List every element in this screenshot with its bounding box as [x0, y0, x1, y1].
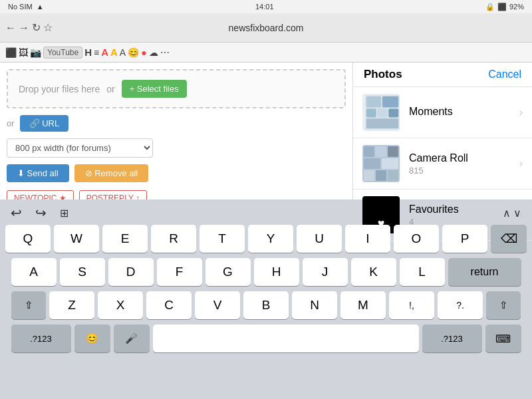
more-icon[interactable]: ⋯	[160, 47, 170, 58]
key-l[interactable]: L	[400, 258, 445, 286]
photos-cancel-button[interactable]: Cancel	[488, 68, 521, 80]
camera-roll-count: 815	[409, 166, 519, 176]
shift-key-left[interactable]: ⇧	[11, 291, 46, 319]
moments-thumbnail	[362, 94, 400, 131]
undo-button[interactable]: ↩	[11, 205, 22, 221]
key-k[interactable]: K	[351, 258, 396, 286]
redo-button[interactable]: ↪	[35, 205, 47, 221]
send-all-button[interactable]: ⬇ Send all	[7, 164, 69, 182]
font-color-icon[interactable]: A	[101, 47, 108, 58]
key-s[interactable]: S	[60, 258, 105, 286]
forward-icon[interactable]: →	[19, 22, 29, 34]
width-select[interactable]: 800 px width (for forums) 640 px width 1…	[7, 138, 153, 158]
numbers-key-right[interactable]: .?123	[422, 325, 482, 352]
refresh-icon[interactable]: ↻	[32, 21, 41, 34]
emoji-key[interactable]: 😊	[74, 325, 110, 352]
browser-toolbar: ⬛ 🖼 📷 YouTube H ≡ A A A 😊 ● ☁ ⋯	[0, 43, 532, 63]
key-y[interactable]: Y	[248, 225, 293, 253]
camera-roll-item[interactable]: Camera Roll 815 ›	[353, 138, 532, 190]
status-bar: No SIM ▲ 14:01 🔒 ⬛ 92%	[0, 0, 532, 13]
key-a[interactable]: A	[11, 258, 57, 286]
paste-button[interactable]: ⊞	[60, 205, 68, 221]
url-bar: ← → ↻ ☆ newsfixboard.com	[0, 13, 532, 43]
camera-roll-name: Camera Roll	[409, 152, 519, 164]
key-e[interactable]: E	[102, 225, 148, 253]
key-m[interactable]: M	[340, 291, 386, 319]
key-f[interactable]: F	[157, 258, 202, 286]
keyboard-area: ↩ ↪ ⊞ ∧ ∨ Q W E R T Y U I O P ⌫ A S D	[0, 200, 532, 392]
moments-item[interactable]: Moments ›	[353, 87, 532, 138]
photos-title: Photos	[364, 68, 402, 81]
drop-text: Drop your files here	[19, 84, 100, 94]
arrow-down-icon[interactable]: ∨	[513, 207, 521, 219]
key-x[interactable]: X	[98, 291, 143, 319]
align-icon[interactable]: ≡	[94, 47, 99, 58]
keyboard-row-2: A S D F G H J K L return	[5, 258, 527, 286]
emoji-toolbar-icon[interactable]: 😊	[128, 47, 139, 58]
keyboard-row-3: ⇧ Z X C V B N M !, ?. ⇧	[5, 291, 527, 319]
keyboard-row-1: Q W E R T Y U I O P ⌫	[5, 225, 527, 253]
or-text-1: or	[106, 84, 114, 94]
photos-header: Photos Cancel	[353, 63, 532, 87]
bold-icon[interactable]: ⬛	[5, 47, 17, 58]
numbers-key-left[interactable]: .?123	[11, 325, 71, 352]
key-i[interactable]: I	[345, 225, 390, 253]
key-z[interactable]: Z	[49, 291, 94, 319]
bottom-buttons: NEWTOPIC ★ POSTREPLY ↑	[7, 190, 346, 200]
new-topic-button[interactable]: NEWTOPIC ★	[7, 190, 74, 200]
url-display[interactable]: newsfixboard.com	[229, 23, 304, 33]
svg-rect-3	[366, 108, 376, 117]
font-size-icon[interactable]: A	[120, 47, 126, 58]
shift-key-right[interactable]: ⇧	[486, 291, 521, 319]
film-icon[interactable]: 📷	[30, 47, 41, 58]
font-bg-icon[interactable]: A	[110, 47, 118, 58]
return-key[interactable]: return	[448, 258, 521, 286]
photos-panel: Photos Cancel Moments ›	[352, 63, 532, 200]
red-circle-icon[interactable]: ●	[141, 47, 146, 58]
svg-rect-10	[388, 146, 398, 157]
content-area: Drop your files here or + Select files o…	[0, 63, 352, 200]
key-quest[interactable]: ?.	[438, 291, 483, 319]
key-r[interactable]: R	[151, 225, 196, 253]
url-button[interactable]: 🔗 URL	[20, 115, 69, 132]
remove-all-button[interactable]: ⊘ Remove all	[74, 164, 149, 182]
svg-rect-9	[376, 146, 386, 157]
svg-rect-5	[388, 108, 398, 117]
key-d[interactable]: D	[108, 258, 154, 286]
key-v[interactable]: V	[195, 291, 240, 319]
key-c[interactable]: C	[146, 291, 192, 319]
key-b[interactable]: B	[243, 291, 289, 319]
key-g[interactable]: G	[205, 258, 251, 286]
select-files-button[interactable]: + Select files	[122, 80, 187, 98]
moments-info: Moments	[409, 106, 519, 119]
image-icon[interactable]: 🖼	[19, 47, 28, 58]
upload-drop-zone[interactable]: Drop your files here or + Select files	[7, 69, 346, 108]
microphone-key[interactable]: 🎤	[114, 325, 150, 352]
key-excl[interactable]: !,	[389, 291, 434, 319]
svg-rect-13	[364, 170, 374, 181]
bookmark-icon[interactable]: ☆	[43, 21, 53, 34]
key-o[interactable]: O	[394, 225, 439, 253]
hide-keyboard-key[interactable]: ⌨	[485, 325, 521, 352]
backspace-key[interactable]: ⌫	[491, 225, 527, 253]
header-icon[interactable]: H	[84, 47, 92, 58]
key-n[interactable]: N	[292, 291, 337, 319]
key-t[interactable]: T	[200, 225, 245, 253]
back-icon[interactable]: ←	[5, 22, 16, 34]
camera-roll-info: Camera Roll 815	[409, 152, 519, 176]
upload-icon[interactable]: ☁	[149, 47, 158, 58]
post-reply-button[interactable]: POSTREPLY ↑	[79, 190, 147, 200]
youtube-btn[interactable]: YouTube	[43, 47, 82, 59]
space-key[interactable]	[153, 325, 419, 352]
keyboard-history-controls: ↩ ↪ ⊞	[11, 205, 68, 221]
svg-rect-6	[366, 118, 398, 128]
key-w[interactable]: W	[54, 225, 99, 253]
key-h[interactable]: H	[254, 258, 299, 286]
key-j[interactable]: J	[303, 258, 348, 286]
browser-toolbar-icons: ← → ↻ ☆	[5, 21, 53, 34]
arrow-up-icon[interactable]: ∧	[503, 207, 511, 219]
key-p[interactable]: P	[442, 225, 487, 253]
key-u[interactable]: U	[297, 225, 342, 253]
key-q[interactable]: Q	[5, 225, 51, 253]
wifi-icon: ▲	[37, 3, 44, 11]
